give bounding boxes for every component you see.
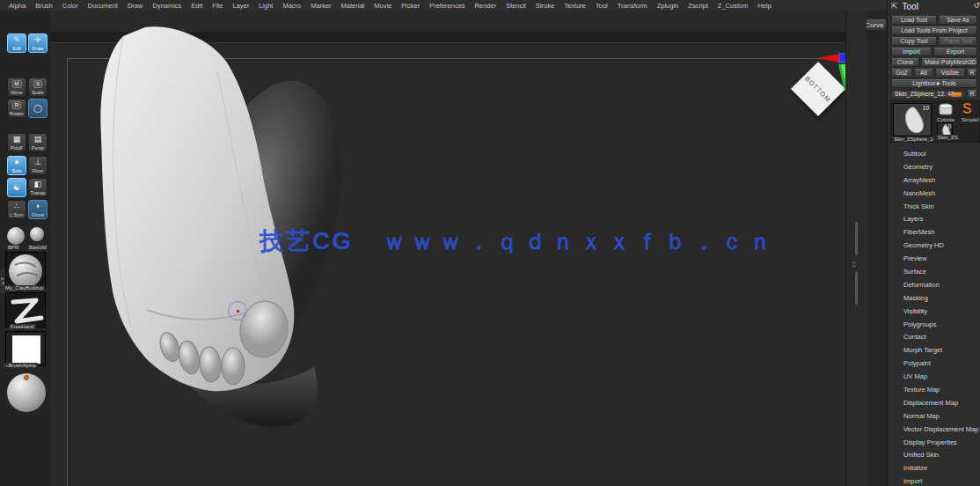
solo-button[interactable]: ● Solo xyxy=(7,156,26,175)
tool-subpalette-item[interactable]: Geometry HD xyxy=(888,239,980,252)
goz-visible-button[interactable]: Visible xyxy=(935,69,965,77)
perspective-button[interactable]: ▤ Persp xyxy=(28,133,48,152)
tool-subpalette-item[interactable]: Visibility xyxy=(888,305,980,318)
tool-subpalette-item[interactable]: Preview xyxy=(888,252,980,265)
menu-item[interactable]: Preferences xyxy=(429,2,464,10)
tool-subpalette-item[interactable]: Layers xyxy=(888,212,980,225)
menu-item[interactable]: Document xyxy=(88,2,118,10)
cylinder-tool-thumb[interactable] xyxy=(937,103,954,117)
menu-item[interactable]: Brush xyxy=(35,2,53,10)
bpr-render-button[interactable] xyxy=(7,227,25,245)
right-panel-divider[interactable]: ᐱᐯ xyxy=(845,11,867,486)
tool-subpalette-item[interactable]: Vector Displacement Map xyxy=(888,423,980,436)
stroke-thumb[interactable] xyxy=(5,292,46,328)
menu-item[interactable]: Tool xyxy=(596,2,608,10)
tool-subpalette-item[interactable]: Unified Skin xyxy=(888,448,980,461)
menu-item[interactable]: Marker xyxy=(311,2,331,10)
color-picker-dot[interactable] xyxy=(24,375,29,380)
tool-subpalette-item[interactable]: FiberMesh xyxy=(888,225,980,239)
color-picker-sphere[interactable] xyxy=(7,373,46,412)
tool-subpalette-item[interactable]: Deformation xyxy=(888,278,980,291)
move-button[interactable]: M Move xyxy=(7,77,26,97)
menu-item[interactable]: Layer xyxy=(232,2,249,10)
sculptris-toggle[interactable]: ◯ xyxy=(28,99,48,118)
copy-tool-button[interactable]: Copy Tool xyxy=(891,37,937,46)
menu-item[interactable]: File xyxy=(212,2,223,10)
make-polymesh3d-button[interactable]: Make PolyMesh3D xyxy=(921,58,977,67)
menu-item[interactable]: Zscript xyxy=(688,2,708,10)
tool-subpalette-item[interactable]: Thick Skin xyxy=(888,200,980,213)
menu-item[interactable]: Transform xyxy=(618,2,647,10)
tool-subpalette-item[interactable]: Display Properties xyxy=(888,436,980,449)
tool-subpalette-item[interactable]: Displacement Map xyxy=(888,396,980,409)
menu-item[interactable]: Stencil xyxy=(506,2,526,10)
transparency-button[interactable]: ◧ Transp xyxy=(28,178,48,197)
menu-item[interactable]: Stroke xyxy=(536,2,555,10)
lightbox-tools-button[interactable]: Lightbox►Tools xyxy=(891,79,977,88)
tool-subpalette-item[interactable]: Subtool xyxy=(888,147,980,160)
menu-item[interactable]: Color xyxy=(62,2,78,10)
history-reset-icon[interactable]: ↺ xyxy=(973,1,980,10)
ghost-button[interactable]: ◗ Ghost xyxy=(28,200,48,219)
tool-subpalette-item[interactable]: Initialize xyxy=(888,461,980,475)
tool-subpalette-item[interactable]: Texture Map xyxy=(888,383,980,396)
menu-item[interactable]: Edit xyxy=(191,2,202,10)
fast-preview-button[interactable]: ☯ xyxy=(7,178,26,197)
active-tool-slider[interactable]: Skin_ZSphere_12. 48 xyxy=(891,90,965,99)
edit-button[interactable]: ✎ Edit xyxy=(7,33,26,53)
menu-item[interactable]: Picker xyxy=(401,2,420,10)
import-button[interactable]: Import xyxy=(891,48,932,56)
load-tool-button[interactable]: Load Tool xyxy=(891,16,937,25)
rotate-button[interactable]: R Rotate xyxy=(7,99,26,118)
alpha-thumb[interactable] xyxy=(5,331,46,366)
brush-thumb[interactable] xyxy=(5,252,46,289)
goz-r-button[interactable]: R xyxy=(967,69,977,77)
menu-item[interactable]: Alpha xyxy=(9,2,26,10)
divider-handle[interactable] xyxy=(855,222,858,255)
menu-item[interactable]: Texture xyxy=(564,2,586,10)
viewport-canvas[interactable]: 技艺CG ｗｗｗ．ｑｄｎｘｘｆｂ．ｃｎ BOTTOM ᐱᐯ xyxy=(50,11,867,486)
menu-item[interactable]: Macro xyxy=(282,2,301,10)
menu-item[interactable]: Movie xyxy=(374,2,391,10)
tool-subpalette-item[interactable]: Surface xyxy=(888,265,980,278)
menu-item[interactable]: Draw xyxy=(128,2,143,10)
draw-button[interactable]: ✛ Draw xyxy=(28,33,48,53)
tool-subpalette-item[interactable]: Masking xyxy=(888,291,980,305)
tool-subpalette-item[interactable]: Polypaint xyxy=(888,357,980,370)
tool-subpalette-item[interactable]: Normal Map xyxy=(888,409,980,423)
goz-button[interactable]: GoZ xyxy=(891,69,912,77)
tool-subpalette-item[interactable]: Polygroups xyxy=(888,318,980,331)
menu-item[interactable]: Z_Custom xyxy=(718,2,749,10)
tool-subpalette-item[interactable]: ArrayMesh xyxy=(888,173,980,187)
paste-tool-button[interactable]: Paste Tool xyxy=(939,37,977,46)
tool-r-button[interactable]: R xyxy=(967,90,977,99)
tool-subpalette-item[interactable]: Geometry xyxy=(888,160,980,173)
export-button[interactable]: Export xyxy=(933,48,977,56)
menu-item[interactable]: Zplugin xyxy=(657,2,679,10)
material-thumb[interactable] xyxy=(30,227,44,241)
menu-item[interactable]: Material xyxy=(341,2,365,10)
divider-chevrons[interactable]: ᐱᐯ xyxy=(852,261,855,268)
goz-all-button[interactable]: All xyxy=(914,69,933,77)
tool-subpalette-item[interactable]: UV Map xyxy=(888,370,980,383)
polyframe-button[interactable]: ▦ PolyF xyxy=(7,133,26,152)
menu-item[interactable]: Dynamics xyxy=(152,2,181,10)
save-as-button[interactable]: Save As xyxy=(939,16,977,25)
load-tools-from-project-button[interactable]: Load Tools From Project xyxy=(891,26,977,35)
tool-subpalette-item[interactable]: NanoMesh xyxy=(888,187,980,200)
clone-button[interactable]: Clone xyxy=(891,58,919,67)
tool-subpalette-item[interactable]: Contact xyxy=(888,330,980,343)
active-tool-thumb[interactable]: 10 xyxy=(893,103,932,136)
menu-item[interactable]: Render xyxy=(475,2,497,10)
tool-subpalette-item[interactable]: Morph Target xyxy=(888,343,980,357)
local-symmetry-button[interactable]: ∴ L.Sym xyxy=(7,200,26,219)
left-panel-divider[interactable]: ▶◀ xyxy=(0,269,5,293)
simple-brush-thumb[interactable]: S xyxy=(962,101,972,117)
active-tool-handle[interactable] xyxy=(951,92,962,97)
scale-button[interactable]: S Scale xyxy=(28,77,48,97)
menu-item[interactable]: Help xyxy=(757,2,771,10)
floor-button[interactable]: ⊥ Floor xyxy=(28,156,48,175)
menu-item[interactable]: Light xyxy=(259,2,273,10)
tool-subpalette-item[interactable]: Import xyxy=(888,475,980,486)
divider-handle[interactable] xyxy=(855,271,858,305)
